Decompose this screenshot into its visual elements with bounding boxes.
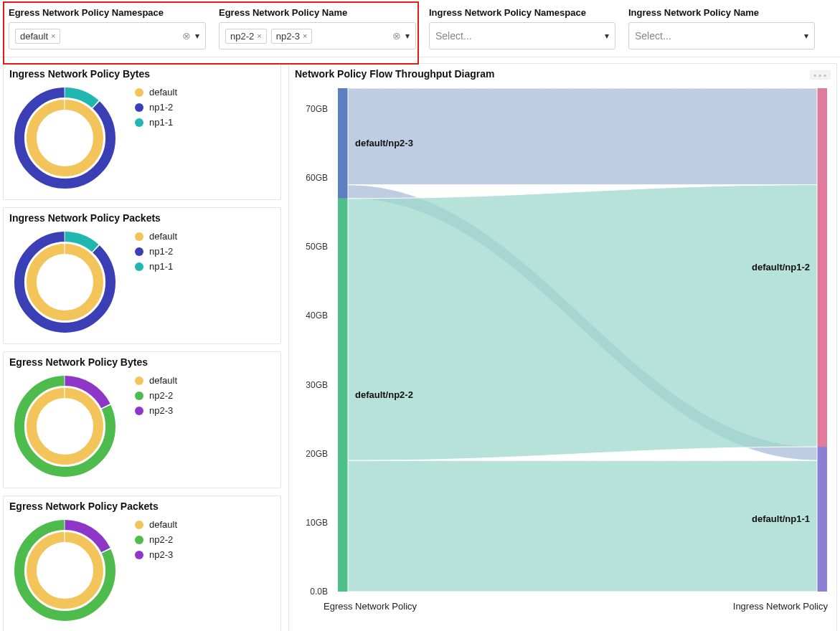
svg-text:default/np1-2: default/np1-2: [752, 262, 810, 272]
egress-name-chip[interactable]: np2-3 ×: [271, 29, 313, 44]
legend-item[interactable]: np1-2: [135, 246, 177, 257]
egress-name-chip[interactable]: np2-2 ×: [225, 29, 267, 44]
legend-label: np2-3: [149, 549, 173, 560]
filter-row: Egress Network Policy Namespace default …: [0, 0, 840, 57]
chip-remove-icon[interactable]: ×: [303, 32, 307, 40]
chip-label: np2-2: [230, 31, 254, 42]
svg-text:default/np2-2: default/np2-2: [355, 389, 413, 400]
legend-swatch: [135, 551, 143, 559]
legend-item[interactable]: np2-2: [135, 534, 177, 545]
egress-name-select[interactable]: np2-2 × np2-3 × ⊗ ▾: [219, 22, 416, 49]
svg-point-3: [32, 249, 98, 316]
svg-rect-23: [817, 447, 827, 592]
svg-text:70GB: 70GB: [306, 104, 328, 114]
svg-point-6: [32, 393, 98, 460]
panel-title: Ingress Network Policy Packets: [9, 212, 275, 224]
legend-swatch: [135, 247, 143, 256]
chip-label: default: [20, 31, 48, 42]
placeholder-text: Select...: [435, 30, 605, 42]
panel-menu-icon[interactable]: ∘∘∘: [810, 70, 831, 80]
legend-swatch: [135, 103, 143, 112]
legend-item[interactable]: np2-3: [135, 405, 177, 416]
svg-rect-21: [338, 199, 348, 592]
legend-item[interactable]: np2-2: [135, 390, 177, 401]
svg-rect-22: [817, 88, 827, 447]
legend-label: default: [149, 231, 177, 242]
egress-bytes-legend: defaultnp2-2np2-3: [135, 375, 177, 416]
ingress-packets-panel: Ingress Network Policy Packets defaultnp…: [3, 207, 281, 344]
ingress-bytes-panel: Ingress Network Policy Bytes defaultnp1-…: [3, 63, 281, 200]
egress-ns-select[interactable]: default × ⊗ ▾: [9, 22, 206, 49]
ingress-packets-donut: [9, 227, 121, 338]
ingress-ns-select[interactable]: Select... ▾: [429, 22, 615, 49]
legend-swatch: [135, 262, 143, 271]
legend-item[interactable]: np1-1: [135, 261, 177, 272]
legend-label: np1-1: [149, 117, 173, 128]
ingress-bytes-legend: defaultnp1-2np1-1: [135, 87, 177, 128]
sankey-panel: Network Policy Flow Throughput Diagram ∘…: [288, 63, 837, 631]
legend-swatch: [135, 407, 143, 415]
legend-swatch: [135, 376, 143, 385]
ingress-ns-label: Ingress Network Policy Namespace: [429, 7, 615, 18]
egress-name-filter: Egress Network Policy Name np2-2 × np2-3…: [219, 7, 416, 49]
svg-text:60GB: 60GB: [306, 173, 328, 183]
legend-label: np2-2: [149, 534, 173, 545]
svg-text:40GB: 40GB: [306, 310, 328, 321]
panel-title: Egress Network Policy Packets: [9, 500, 275, 512]
chip-remove-icon[interactable]: ×: [257, 32, 261, 40]
egress-packets-donut: [9, 515, 121, 626]
panel-title: Ingress Network Policy Bytes: [9, 68, 275, 80]
clear-icon[interactable]: ⊗: [392, 30, 401, 42]
legend-item[interactable]: np1-1: [135, 117, 177, 128]
egress-ns-chip[interactable]: default ×: [15, 29, 60, 44]
legend-item[interactable]: default: [135, 87, 177, 98]
legend-item[interactable]: default: [135, 375, 177, 386]
chevron-down-icon[interactable]: ▾: [605, 31, 609, 41]
svg-text:10GB: 10GB: [306, 518, 328, 528]
panel-title: Network Policy Flow Throughput Diagram: [295, 68, 494, 80]
ingress-name-label: Ingress Network Policy Name: [628, 7, 815, 18]
legend-swatch: [135, 88, 143, 97]
ingress-packets-legend: defaultnp1-2np1-1: [135, 231, 177, 272]
sankey-x-right-label: Ingress Network Policy: [733, 601, 828, 612]
legend-item[interactable]: np2-3: [135, 549, 177, 560]
legend-item[interactable]: default: [135, 231, 177, 242]
svg-text:default/np2-3: default/np2-3: [355, 138, 413, 148]
chevron-down-icon[interactable]: ▾: [804, 31, 808, 41]
clear-icon[interactable]: ⊗: [182, 30, 191, 42]
svg-rect-20: [338, 88, 348, 199]
chip-remove-icon[interactable]: ×: [51, 32, 55, 40]
chip-label: np2-3: [276, 31, 300, 42]
egress-bytes-donut: [9, 371, 121, 482]
svg-text:0.0B: 0.0B: [310, 587, 328, 597]
ingress-bytes-donut: [9, 82, 121, 194]
panel-title: Egress Network Policy Bytes: [9, 356, 275, 368]
ingress-name-select[interactable]: Select... ▾: [628, 22, 815, 49]
legend-swatch: [135, 232, 143, 241]
egress-name-label: Egress Network Policy Name: [219, 7, 416, 18]
legend-label: np2-3: [149, 405, 173, 416]
chevron-down-icon[interactable]: ▾: [405, 31, 410, 41]
legend-item[interactable]: default: [135, 519, 177, 530]
legend-item[interactable]: np1-2: [135, 102, 177, 113]
ingress-ns-filter: Ingress Network Policy Namespace Select.…: [429, 7, 615, 49]
svg-point-9: [32, 537, 98, 604]
legend-label: np1-2: [149, 246, 173, 257]
legend-label: default: [149, 87, 177, 98]
placeholder-text: Select...: [635, 30, 804, 42]
egress-ns-label: Egress Network Policy Namespace: [9, 7, 206, 18]
legend-swatch: [135, 118, 143, 127]
svg-text:30GB: 30GB: [306, 380, 328, 390]
ingress-name-filter: Ingress Network Policy Name Select... ▾: [628, 7, 815, 49]
legend-label: np1-2: [149, 102, 173, 113]
egress-packets-legend: defaultnp2-2np2-3: [135, 519, 177, 560]
legend-label: default: [149, 375, 177, 386]
legend-swatch: [135, 521, 143, 529]
legend-label: np2-2: [149, 390, 173, 401]
egress-packets-panel: Egress Network Policy Packets defaultnp2…: [3, 495, 281, 631]
legend-swatch: [135, 536, 143, 544]
sankey-chart: 0.0B10GB20GB30GB40GB50GB60GB70GBdefault/…: [295, 82, 834, 613]
legend-swatch: [135, 392, 143, 400]
chevron-down-icon[interactable]: ▾: [195, 31, 199, 41]
egress-ns-filter: Egress Network Policy Namespace default …: [9, 7, 206, 49]
